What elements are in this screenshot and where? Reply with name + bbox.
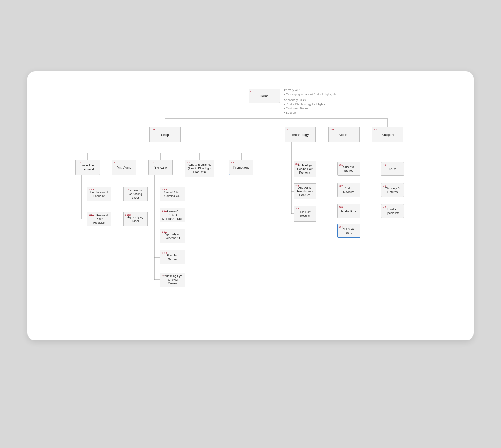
node-label: Laser Hair Removal (78, 163, 97, 171)
node-number: 1.3.2 (162, 209, 167, 212)
node-number: 3.1 (339, 163, 343, 166)
node-faqs[interactable]: 4.1 FAQs (381, 162, 404, 176)
node-label: FAQs (389, 167, 396, 171)
node-number: 1.1 (77, 161, 81, 164)
diagram-canvas: 0.0 Home Primary CTA: • Messaging & Prom… (27, 71, 474, 340)
node-number: 3.0 (330, 128, 334, 131)
node-label: SmoothStart Calming Gel (162, 190, 183, 198)
node-number: 1.1.1 (89, 188, 94, 191)
node-eye-wrinkle-correcting-laser[interactable]: 1.2.1 Eye Wrinkle Correcting Laser (123, 187, 148, 201)
node-product-specialists[interactable]: 4.3 Product Specialists (381, 204, 404, 218)
node-label: Skincare (154, 165, 167, 170)
node-skincare[interactable]: 1.3 Skincare (148, 160, 173, 175)
node-number: 0.0 (250, 90, 254, 93)
home-cta-notes: Primary CTA: • Messaging & Promo/Product… (284, 88, 353, 115)
node-number: 4.3 (383, 206, 386, 208)
node-label: Age-Defying Laser (126, 215, 145, 223)
node-promotions[interactable]: 1.5 Promotions (229, 160, 253, 175)
node-number: 1.3.4 (162, 251, 167, 254)
node-smoothstart-calming-gel[interactable]: 1.3.1 SmoothStart Calming Gel (160, 187, 185, 201)
node-number: 3.3 (339, 206, 343, 208)
node-label: Home (260, 93, 269, 98)
node-number: 1.3.5 (162, 274, 167, 277)
node-support[interactable]: 4.0 Support (372, 127, 403, 142)
secondary-cta-item: • Customer Stories (284, 107, 353, 111)
node-shop[interactable]: 1.0 Shop (149, 127, 181, 142)
node-label: Anti-Aging (117, 165, 131, 170)
node-label: Hair Removal Laser 4x (89, 190, 109, 198)
node-label: Stories (339, 132, 349, 137)
node-tell-us-your-story[interactable]: 3.4 Tell Us Your Story (337, 224, 360, 238)
node-product-reviews[interactable]: 3.2 Product Reviews (337, 183, 360, 197)
node-number: 1.0 (151, 128, 155, 131)
node-number: 1.1.2 (89, 213, 94, 216)
node-label: Shop (161, 132, 169, 137)
node-laser-hair-removal[interactable]: 1.1 Laser Hair Removal (75, 160, 100, 175)
secondary-cta-item: • Support (284, 111, 353, 115)
primary-cta-item: • Messaging & Promo/Product Highlights (284, 92, 353, 97)
node-number: 1.2 (114, 161, 117, 164)
node-label: Technology (291, 132, 309, 137)
node-number: 2.3 (295, 207, 299, 210)
node-label: Media Buzz (341, 209, 356, 213)
node-number: 4.1 (383, 163, 386, 166)
node-home[interactable]: 0.0 Home (249, 89, 280, 103)
node-number: 2.0 (286, 128, 290, 131)
sitemap-diagram: 0.0 Home Primary CTA: • Messaging & Prom… (27, 71, 474, 340)
node-number: 3.2 (339, 184, 343, 187)
node-number: 1.3.3 (162, 230, 167, 233)
node-hair-removal-laser-4x[interactable]: 1.1.1 Hair Removal Laser 4x (87, 187, 111, 201)
node-number: 1.3 (150, 161, 154, 164)
node-number: 4.0 (374, 128, 377, 131)
node-anti-aging-results[interactable]: 2.2 Anti-Aging Results You Can See (294, 183, 316, 199)
node-renew-protect-moisturizer-duo[interactable]: 1.3.2 Renew & Protect Moisturizer Duo (160, 208, 185, 222)
node-media-buzz[interactable]: 3.3 Media Buzz (337, 204, 360, 218)
node-technology[interactable]: 2.0 Technology (285, 127, 316, 142)
primary-cta-header: Primary CTA: (284, 88, 353, 92)
node-acne-blemishes[interactable]: 1.4 Acne & Blemishes (Link to Blue Light… (185, 160, 214, 177)
node-label: Age-Defying Skincare Kit (162, 232, 183, 240)
node-number: 4.2 (383, 184, 386, 187)
node-number: 1.5 (231, 161, 234, 164)
node-number: 1.4 (187, 161, 190, 164)
node-nourishing-eye-renewal-cream[interactable]: 1.3.5 Nourishing Eye Renewal Cream (160, 273, 185, 287)
node-age-defying-laser[interactable]: 1.2.2 Age-Defying Laser (123, 212, 148, 226)
node-label: Acne & Blemishes (Link to Blue Light Pro… (187, 163, 212, 174)
node-technology-behind-hair-removal[interactable]: 2.1 Technology Behind Hair Removal (294, 161, 316, 177)
node-label: Support (382, 132, 394, 137)
node-success-stories[interactable]: 3.1 Success Stories (337, 162, 360, 176)
node-blue-light-results[interactable]: 2.3 Blue Light Results (294, 206, 316, 222)
secondary-cta-item: • Product/Technology Highlights (284, 102, 353, 107)
connector-lines (27, 71, 474, 340)
node-number: 2.2 (295, 185, 299, 188)
node-label: Promotions (233, 165, 249, 170)
node-warranty-returns[interactable]: 4.2 Warranty & Returns (381, 183, 404, 197)
node-finishing-serum[interactable]: 1.3.4 Finishing Serum (160, 250, 185, 264)
node-label: Finishing Serum (162, 253, 183, 261)
node-anti-aging[interactable]: 1.2 Anti-Aging (112, 160, 136, 175)
node-number: 1.2.2 (125, 213, 131, 216)
node-label: Blue Light Results (296, 210, 314, 218)
node-number: 1.3.1 (162, 188, 167, 191)
node-number: 3.4 (339, 225, 343, 228)
secondary-cta-header: Secondary CTAs: (284, 98, 353, 102)
node-number: 2.1 (295, 162, 299, 165)
node-hair-removal-laser-precision[interactable]: 1.1.2 Hair Removal Laser Precision (87, 212, 111, 226)
node-number: 1.2.1 (125, 188, 131, 191)
node-stories[interactable]: 3.0 Stories (328, 127, 360, 142)
node-age-defying-skincare-kit[interactable]: 1.3.3 Age-Defying Skincare Kit (160, 229, 185, 243)
